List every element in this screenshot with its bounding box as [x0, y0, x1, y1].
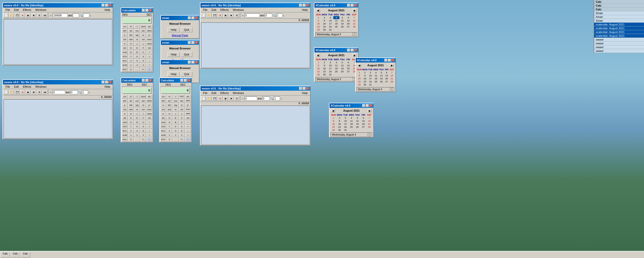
calc2-7[interactable]: 7 — [128, 125, 134, 129]
calc-close-2[interactable]: ✕ — [149, 79, 152, 82]
calc3-2[interactable]: 2 — [173, 133, 179, 137]
calc3-base[interactable]: base — [185, 112, 191, 116]
calc2-trunc[interactable]: trunc — [146, 108, 152, 112]
xwave-menu-effects-2[interactable]: Effects — [21, 85, 33, 89]
calc-btn-sum-1[interactable]: SUM — [122, 63, 128, 67]
xcal-day-27[interactable]: 27 — [345, 25, 351, 28]
calc-btn-trunc-1[interactable]: trunc — [146, 38, 152, 42]
calc3-ce[interactable]: CE/C — [179, 95, 185, 99]
calc2-ef[interactable]: E — [134, 116, 140, 120]
xwave-close-3[interactable]: ✕ — [306, 4, 309, 7]
xman-minimize-2[interactable]: _ — [188, 41, 191, 44]
xman-quit-btn-1[interactable]: Quit — [181, 27, 192, 32]
calc-btn-sub-1[interactable]: – — [146, 59, 152, 63]
xcal-minimize-3[interactable]: _ — [384, 59, 387, 62]
calc-btn-3-1[interactable]: 3 — [140, 63, 146, 67]
calc2-e[interactable]: e — [122, 103, 128, 107]
xwave-menu-help-1[interactable]: Help — [102, 8, 112, 12]
xwave-tb-new-1[interactable]: 📄 — [4, 13, 9, 18]
xwave-tb-rew-4[interactable]: ⏸ — [234, 96, 239, 101]
xcal-prev-1[interactable]: ◀ — [316, 9, 320, 12]
calc2-6[interactable]: 6 — [140, 129, 146, 133]
calc-btn-mod-1[interactable]: mod — [122, 50, 128, 54]
calc-btn-fact-1[interactable]: x! — [128, 42, 134, 46]
calc2-2[interactable]: 2 — [134, 133, 140, 137]
xwave-menu-file-2[interactable]: File — [4, 85, 12, 89]
calc3-c[interactable]: C — [179, 120, 185, 124]
xwave-maximize-3[interactable]: □ — [303, 4, 306, 7]
xwave-menu-effects-3[interactable]: Effects — [218, 8, 231, 12]
xcal-prev-3[interactable]: ◀ — [357, 63, 361, 67]
calc3-d[interactable]: D — [167, 116, 173, 120]
calc-maximize-1[interactable]: □ — [145, 9, 148, 12]
calc3-trunc[interactable]: trunc — [185, 108, 191, 112]
xwave-tb-play-2[interactable]: ▶ — [26, 90, 31, 94]
xcal-day-22[interactable]: 22 — [315, 25, 321, 28]
xwave-menu-help-3[interactable]: Help — [300, 8, 310, 12]
calc-btn-ac-1[interactable]: AC — [146, 25, 152, 29]
calc3-sq[interactable]: x² — [167, 95, 173, 99]
calc2-sub[interactable]: – — [146, 129, 152, 133]
calc-btn-base-1[interactable]: base — [146, 42, 152, 46]
xwave-tb-open-3[interactable]: 📂 — [207, 13, 212, 18]
calc2-b[interactable]: B — [134, 120, 140, 124]
calc3-cos[interactable]: cos — [173, 99, 179, 103]
calc-btn-mul-1[interactable]: × — [146, 55, 152, 59]
calc2-cos[interactable]: cos — [134, 99, 140, 103]
xwave-tb-zoom2-2[interactable] — [82, 90, 88, 94]
calc-btn-4-1[interactable]: 4 — [128, 59, 134, 63]
xman-help-btn-3[interactable]: Help — [168, 72, 180, 77]
xwave-title-bar-4[interactable]: xwave v0.6 : No file [/dev/dsp] _ □ ✕ — [200, 86, 310, 91]
xcal-day-9[interactable]: 9 — [321, 19, 328, 22]
calc-btn-9-1[interactable]: 9 — [140, 55, 146, 59]
calc-btn-exc-1[interactable]: EXC — [122, 68, 128, 72]
calc2-inv[interactable]: 1/x — [122, 95, 128, 99]
calc2-shr[interactable]: shr — [146, 116, 152, 120]
xwave-menu-effects-1[interactable]: Effects — [21, 8, 33, 12]
xwave-maximize-1[interactable]: □ — [105, 4, 108, 7]
calc3-ee[interactable]: EE — [167, 103, 173, 107]
calc3-6[interactable]: 6 — [179, 129, 185, 133]
calc-btn-cos-1[interactable]: cos — [134, 29, 140, 33]
calc-btn-7-1[interactable]: 7 — [128, 55, 134, 59]
xcal-day-26[interactable]: 26 — [339, 25, 345, 28]
xman-title-bar-1[interactable]: xman _ □ ✕ — [161, 16, 199, 20]
xwave-tb-open-1[interactable]: 📂 — [9, 13, 14, 18]
calc2-tan[interactable]: tan — [140, 99, 146, 103]
xcal-maximize-1[interactable]: □ — [351, 4, 354, 7]
xwave-menu-help-4[interactable]: Help — [300, 91, 310, 95]
calc2-mod[interactable]: mod — [122, 120, 128, 124]
xcal-day-6[interactable]: 6 — [345, 16, 351, 19]
xcal-title-bar-3[interactable]: XCalendar v4.0 _ □ ✕ — [356, 58, 395, 62]
calc3-shl[interactable]: shl — [160, 116, 166, 120]
calc3-yx[interactable]: yˣ — [185, 103, 191, 107]
xwave-tb-zoom2-1[interactable] — [83, 13, 89, 17]
xwave-tb-rec-4[interactable]: ● — [218, 96, 223, 101]
xcal-day-1[interactable]: 1 — [315, 16, 321, 19]
calc2-eq[interactable]: = — [146, 138, 152, 142]
calc-btn-b-1[interactable]: B — [134, 50, 140, 54]
xcal-day-15[interactable]: 15 — [315, 22, 321, 25]
calc2-3[interactable]: 3 — [140, 133, 146, 137]
calc-btn-d-1[interactable]: D — [128, 46, 134, 50]
xcal-maximize-3[interactable]: □ — [388, 59, 391, 62]
xcal-maximize-4[interactable]: □ — [366, 104, 369, 107]
calc-btn-ce-1[interactable]: CE/C — [140, 25, 146, 29]
xwave-menu-windows-4[interactable]: Windows — [231, 91, 246, 95]
calc-minimize-1[interactable]: _ — [142, 9, 145, 12]
calc3-ac[interactable]: AC — [185, 95, 191, 99]
xwave-menu-effects-4[interactable]: Effects — [218, 91, 231, 95]
xwave-tb-new-4[interactable]: 📄 — [201, 96, 206, 101]
xwave-tb-play-4[interactable]: ▶ — [223, 96, 228, 101]
calc-btn-inv2-1[interactable]: INV — [122, 29, 128, 33]
calc-btn-pi-1[interactable]: π — [122, 42, 128, 46]
xcal-day-8[interactable]: 8 — [315, 19, 321, 22]
xcal-maximize-2[interactable]: □ — [351, 49, 354, 52]
xwave-minimize-1[interactable]: _ — [102, 4, 105, 7]
calc3-rcl[interactable]: RCL — [160, 129, 166, 133]
calc-btn-eq-1[interactable]: = — [146, 68, 152, 72]
xcal-day-19[interactable]: 19 — [339, 22, 345, 25]
xcal-help-btn-3[interactable]: ? — [390, 88, 393, 91]
calc2-1[interactable]: 1 — [128, 133, 134, 137]
calc3-sum[interactable]: SUM — [160, 133, 166, 137]
